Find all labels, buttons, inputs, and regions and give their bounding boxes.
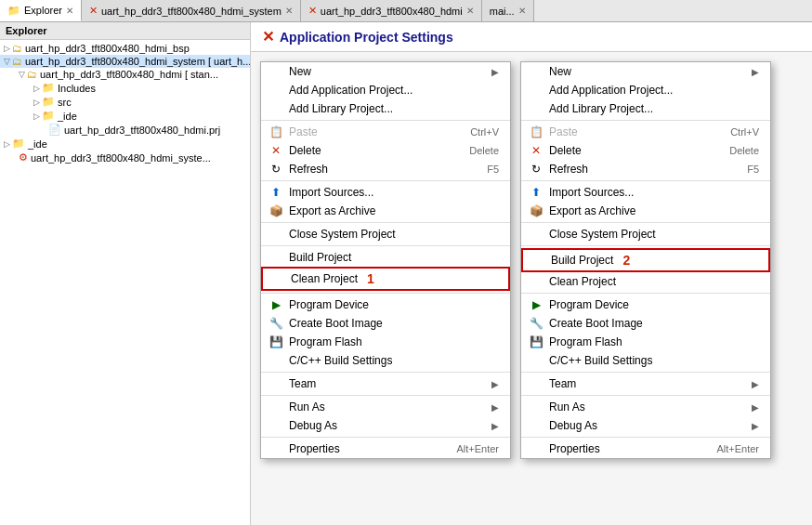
app-settings-header: ✕ Application Project Settings (251, 22, 812, 52)
flash-icon-left: 💾 (268, 335, 283, 348)
left-delete-label: Delete (289, 144, 321, 157)
left-close-system-label: Close System Project (289, 228, 396, 241)
right-sep4 (521, 245, 770, 246)
tree-item-system[interactable]: ▽ 🗂 uart_hp_ddr3_tft800x480_hdmi_system … (0, 55, 250, 68)
explorer-header: Explorer (0, 22, 250, 40)
tab-explorer[interactable]: 📁 Explorer ✕ (0, 0, 82, 21)
right-menu-clean[interactable]: Clean Project (521, 272, 770, 291)
right-menu-build[interactable]: Build Project 2 (521, 248, 770, 272)
left-menu-team[interactable]: Team ▶ (261, 374, 510, 393)
right-sep3 (521, 222, 770, 223)
left-menu-build-settings[interactable]: C/C++ Build Settings (261, 351, 510, 370)
left-menu-properties[interactable]: Properties Alt+Enter (261, 440, 510, 458)
right-sep7 (521, 395, 770, 396)
tab-explorer-close[interactable]: ✕ (66, 6, 73, 16)
expand-src[interactable]: ▷ (33, 98, 40, 107)
tree-label-includes: Includes (58, 83, 96, 94)
left-menu-close-system[interactable]: Close System Project (261, 225, 510, 243)
left-sep1 (261, 120, 510, 121)
left-menu-new[interactable]: New ▶ (261, 62, 510, 81)
tab-main-close[interactable]: ✕ (518, 6, 526, 16)
boot-icon-right: 🔧 (529, 317, 544, 330)
explorer-title: Explorer (6, 25, 47, 36)
right-menu-delete[interactable]: ✕ Delete Delete (521, 141, 770, 160)
flash-icon-right: 💾 (529, 335, 544, 348)
right-menu-import[interactable]: ⬆ Import Sources... (521, 183, 770, 202)
right-sep6 (521, 372, 770, 373)
left-run-label: Run As (289, 400, 325, 413)
left-menu-clean[interactable]: Clean Project 1 (261, 267, 510, 291)
right-menu-debug[interactable]: Debug As ▶ (521, 416, 770, 435)
paste-icon-right: 📋 (529, 125, 544, 138)
right-menu-export[interactable]: 📦 Export as Archive (521, 202, 770, 220)
tab-uart-hdmi-label: uart_hp_ddr3_tft800x480_hdmi (321, 6, 463, 17)
new-arrow-left: ▶ (491, 67, 499, 77)
left-menu-refresh[interactable]: ↻ Refresh F5 (261, 160, 510, 178)
left-sep4 (261, 245, 510, 246)
right-menu-add-app[interactable]: Add Application Project... (521, 81, 770, 99)
tree-label-ide: _ide (58, 111, 77, 122)
left-menu-export[interactable]: 📦 Export as Archive (261, 202, 510, 220)
right-menu-build-settings[interactable]: C/C++ Build Settings (521, 351, 770, 370)
left-menu-run[interactable]: Run As ▶ (261, 398, 510, 416)
left-sep8 (261, 437, 510, 438)
expand-ide[interactable]: ▷ (33, 112, 40, 121)
tree-item-ide[interactable]: ▷ 📁 _ide (0, 109, 250, 123)
left-menu-add-lib[interactable]: Add Library Project... (261, 99, 510, 118)
right-add-lib-label: Add Library Project... (549, 102, 653, 115)
left-menu-build[interactable]: Build Project (261, 248, 510, 267)
tab-main[interactable]: mai... ✕ (482, 0, 534, 21)
tab-uart-hdmi-close[interactable]: ✕ (466, 6, 474, 16)
tree-item-bsp[interactable]: ▷ 🗂 uart_hp_ddr3_tft800x480_hdmi_bsp (0, 42, 250, 55)
tree-item-prj[interactable]: 📄 uart_hp_ddr3_tft800x480_hdmi.prj (0, 123, 250, 137)
export-icon-left: 📦 (268, 204, 283, 217)
left-menu-debug[interactable]: Debug As ▶ (261, 416, 510, 435)
expand-bsp[interactable]: ▷ (4, 44, 10, 53)
right-menu-boot[interactable]: 🔧 Create Boot Image (521, 314, 770, 333)
left-properties-shortcut: Alt+Enter (456, 443, 499, 454)
right-debug-label: Debug As (549, 419, 597, 432)
right-menu-refresh[interactable]: ↻ Refresh F5 (521, 160, 770, 178)
folder-icon-includes: 📁 (42, 82, 55, 94)
tree-item-includes[interactable]: ▷ 📁 Includes (0, 81, 250, 95)
right-menu-flash[interactable]: 💾 Program Flash (521, 333, 770, 351)
left-program-label: Program Device (289, 298, 369, 311)
left-add-app-label: Add Application Project... (289, 84, 413, 97)
settings-icon: ✕ (262, 28, 274, 46)
expand-system[interactable]: ▽ (4, 57, 10, 66)
left-menu-add-app[interactable]: Add Application Project... (261, 81, 510, 99)
right-menu-team[interactable]: Team ▶ (521, 374, 770, 393)
right-flash-label: Program Flash (549, 335, 622, 348)
expand-ide2[interactable]: ▷ (4, 139, 10, 149)
expand-includes[interactable]: ▷ (33, 84, 40, 93)
right-menu-close-system[interactable]: Close System Project (521, 225, 770, 243)
left-menu-program[interactable]: ▶ Program Device (261, 295, 510, 314)
tree-item-system2[interactable]: ⚙ uart_hp_ddr3_tft800x480_hdmi_syste... (0, 151, 250, 164)
tree-item-ide2[interactable]: ▷ 📁 _ide (0, 137, 250, 151)
right-refresh-shortcut: F5 (747, 164, 759, 175)
right-menu-add-lib[interactable]: Add Library Project... (521, 99, 770, 118)
tab-uart-system-close[interactable]: ✕ (285, 6, 293, 16)
left-menu-flash[interactable]: 💾 Program Flash (261, 333, 510, 351)
tab-uart-hdmi-icon: ✕ (308, 5, 317, 17)
run-arrow-left: ▶ (491, 402, 499, 413)
right-menu-program[interactable]: ▶ Program Device (521, 295, 770, 314)
left-menu-delete[interactable]: ✕ Delete Delete (261, 141, 510, 160)
project-icon-hdmi: 🗂 (27, 69, 37, 80)
right-menu-run[interactable]: Run As ▶ (521, 398, 770, 416)
main-area: Explorer ▷ 🗂 uart_hp_ddr3_tft800x480_hdm… (0, 22, 812, 525)
tab-bar: 📁 Explorer ✕ ✕ uart_hp_ddr3_tft800x480_h… (0, 0, 812, 22)
left-menu-boot[interactable]: 🔧 Create Boot Image (261, 314, 510, 333)
tree-label-system2: uart_hp_ddr3_tft800x480_hdmi_syste... (31, 152, 211, 164)
tab-uart-system[interactable]: ✕ uart_hp_ddr3_tft800x480_hdmi_system ✕ (82, 0, 301, 21)
tree-item-hdmi[interactable]: ▽ 🗂 uart_hp_ddr3_tft800x480_hdmi [ stan.… (0, 68, 250, 81)
refresh-icon-right: ↻ (529, 163, 544, 176)
left-refresh-label: Refresh (289, 163, 328, 176)
tab-uart-hdmi[interactable]: ✕ uart_hp_ddr3_tft800x480_hdmi ✕ (301, 0, 482, 21)
right-sep5 (521, 293, 770, 294)
right-menu-properties[interactable]: Properties Alt+Enter (521, 440, 770, 458)
tree-item-src[interactable]: ▷ 📁 src (0, 95, 250, 109)
expand-hdmi[interactable]: ▽ (19, 70, 25, 79)
left-menu-import[interactable]: ⬆ Import Sources... (261, 183, 510, 202)
right-menu-new[interactable]: New ▶ (521, 62, 770, 81)
